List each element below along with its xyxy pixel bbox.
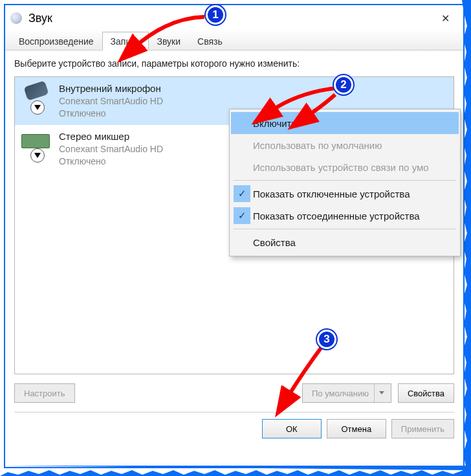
stereo-mixer-icon bbox=[21, 130, 51, 160]
device-context-menu: Включить Использовать по умолчанию Испол… bbox=[229, 109, 461, 256]
tab-playback[interactable]: Воспроизведение bbox=[10, 32, 102, 51]
menu-label: Показать отсоединенные устройства bbox=[253, 210, 420, 221]
properties-button[interactable]: Свойства bbox=[398, 383, 454, 403]
callout-badge-3: 3 bbox=[317, 330, 336, 349]
check-icon: ✓ bbox=[234, 185, 250, 202]
close-icon[interactable]: ✕ bbox=[432, 8, 458, 28]
tab-sounds[interactable]: Звуки bbox=[149, 32, 190, 51]
device-name: Внутренний микрофон bbox=[59, 82, 447, 95]
menu-properties[interactable]: Свойства bbox=[231, 231, 459, 253]
device-driver: Conexant SmartAudio HD bbox=[59, 95, 447, 108]
sound-icon bbox=[10, 12, 22, 24]
microphone-icon bbox=[21, 82, 51, 112]
cancel-button[interactable]: Отмена bbox=[327, 419, 386, 438]
tabs: Воспроизведение Запись Звуки Связь bbox=[5, 31, 463, 51]
disabled-badge-icon bbox=[30, 100, 45, 115]
menu-set-default-communication[interactable]: Использовать устройство связи по умо bbox=[231, 156, 459, 178]
callout-badge-2: 2 bbox=[334, 75, 353, 95]
menu-label: Показать отключенные устройства bbox=[253, 188, 410, 199]
titlebar: Звук ✕ bbox=[5, 5, 463, 31]
tab-recording[interactable]: Запись bbox=[102, 32, 149, 51]
check-icon: ✓ bbox=[234, 207, 250, 224]
callout-badge-1: 1 bbox=[206, 5, 225, 25]
sound-settings-window: Звук ✕ Воспроизведение Запись Звуки Связ… bbox=[4, 4, 465, 468]
disabled-badge-icon bbox=[30, 148, 45, 163]
window-title: Звук bbox=[28, 12, 52, 25]
dialog-footer: ОК Отмена Применить bbox=[5, 413, 463, 445]
configure-button[interactable]: Настроить bbox=[14, 383, 75, 403]
ok-button[interactable]: ОК bbox=[262, 419, 322, 438]
apply-button[interactable]: Применить bbox=[391, 419, 454, 438]
set-default-label: По умолчанию bbox=[312, 389, 369, 398]
menu-separator bbox=[234, 229, 456, 229]
tab-communications[interactable]: Связь bbox=[189, 32, 231, 51]
button-row: Настроить По умолчанию Свойства bbox=[5, 374, 463, 403]
menu-show-disconnected[interactable]: ✓ Показать отсоединенные устройства bbox=[231, 205, 459, 227]
menu-show-disabled[interactable]: ✓ Показать отключенные устройства bbox=[231, 183, 459, 205]
chevron-down-icon bbox=[374, 384, 388, 402]
menu-set-default[interactable]: Использовать по умолчанию bbox=[231, 134, 459, 156]
instruction-text: Выберите устройство записи, параметры ко… bbox=[14, 58, 454, 69]
menu-enable[interactable]: Включить bbox=[231, 112, 459, 134]
menu-separator bbox=[234, 180, 456, 181]
set-default-dropdown[interactable]: По умолчанию bbox=[302, 383, 391, 403]
